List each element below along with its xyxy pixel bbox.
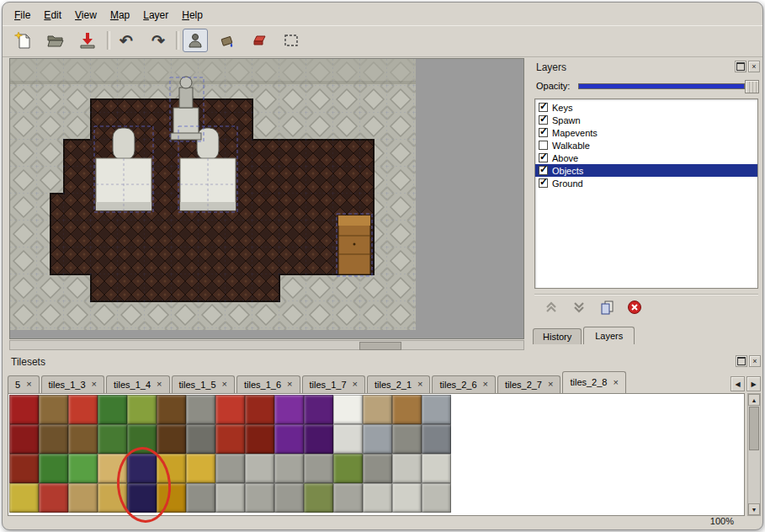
tileset-tile[interactable] [39,483,68,513]
stamp-tool-button[interactable] [183,29,208,52]
tileset-tile[interactable] [215,424,245,454]
tileset-tile[interactable] [333,424,363,454]
menu-edit[interactable]: Edit [37,7,68,24]
tileset-tile[interactable] [363,454,392,483]
tileset-tile[interactable] [9,395,39,424]
tileset-tile[interactable] [68,395,98,424]
tileset-tile[interactable] [304,483,333,513]
delete-layer-button[interactable] [624,297,645,317]
tileset-tab[interactable]: 5 × [8,375,40,393]
fill-tool-button[interactable] [215,29,240,52]
tileset-tile[interactable] [274,395,304,424]
tileset-tile[interactable] [9,483,39,513]
scroll-down-button[interactable]: ▼ [748,503,760,515]
opacity-slider[interactable] [578,83,745,89]
tileset-tile[interactable] [363,395,392,424]
layer-checkbox[interactable] [539,115,548,125]
scrollbar-thumb[interactable] [749,407,759,450]
layer-checkbox[interactable] [539,166,548,175]
tileset-tile[interactable] [245,483,274,513]
tileset-tile[interactable] [304,454,333,483]
tileset-tab[interactable]: tiles_2_1 × [367,375,430,393]
layer-checkbox[interactable] [539,103,548,112]
tileset-tab[interactable]: tiles_1_6 × [236,375,300,393]
layer-checkbox[interactable] [539,141,548,150]
tab-close-icon[interactable]: × [92,380,97,389]
tileset-tile[interactable] [157,395,186,424]
tileset-tab[interactable]: tiles_1_5 × [172,375,235,393]
tileset-tile[interactable] [274,483,304,513]
tileset-tile[interactable] [98,424,127,454]
tileset-tile[interactable] [274,454,304,483]
tileset-tile[interactable] [304,424,333,454]
tileset-palette[interactable] [8,393,745,516]
tileset-tab[interactable]: tiles_2_7 × [497,375,560,393]
tileset-tile[interactable] [333,454,363,483]
tileset-tile[interactable] [186,483,215,513]
tileset-tile[interactable] [245,395,274,424]
panel-close-button[interactable]: × [749,355,761,367]
tab-close-icon[interactable]: × [157,380,162,389]
tileset-tile[interactable] [9,424,39,454]
tileset-tile[interactable] [215,454,245,483]
tileset-tile[interactable] [422,454,451,483]
tileset-tile[interactable] [363,483,392,513]
tileset-tile[interactable] [245,454,274,483]
menu-file[interactable]: File [8,7,37,24]
tileset-tile[interactable] [127,395,157,424]
menu-view[interactable]: View [68,7,104,24]
layer-row-ground[interactable]: Ground [535,177,757,189]
tileset-tile[interactable] [392,395,422,424]
tileset-tab[interactable]: tiles_1_4 × [106,375,169,393]
duplicate-layer-button[interactable] [597,297,617,317]
panel-float-button[interactable] [735,61,746,72]
menu-help[interactable]: Help [175,7,210,24]
scroll-tabs-left-button[interactable]: ◀ [730,376,745,391]
tileset-tile[interactable] [392,424,422,454]
tileset-tile[interactable] [422,483,451,513]
panel-float-button[interactable] [736,355,747,367]
scroll-tabs-right-button[interactable]: ▶ [746,376,761,391]
tileset-tile[interactable] [68,424,98,454]
panel-close-button[interactable]: × [748,61,760,72]
tileset-tile[interactable] [363,424,392,454]
layer-row-above[interactable]: Above [535,152,757,164]
tab-close-icon[interactable]: × [483,380,488,389]
scroll-up-button[interactable]: ▲ [748,394,760,406]
scrollbar-thumb[interactable] [359,342,401,350]
tileset-tile[interactable] [304,395,333,424]
tileset-tile[interactable] [333,483,363,513]
undo-button[interactable]: ↶ [114,29,139,52]
tileset-tab[interactable]: tiles_2_8 × [562,371,625,393]
raise-layer-button[interactable] [541,297,561,317]
tileset-tile[interactable] [186,454,215,483]
map-canvas[interactable] [9,58,524,339]
tab-layers[interactable]: Layers [583,327,635,344]
layer-row-walkable[interactable]: Walkable [535,139,757,152]
tab-close-icon[interactable]: × [613,378,618,387]
tab-close-icon[interactable]: × [548,380,553,389]
tileset-tile[interactable] [186,424,215,454]
tab-close-icon[interactable]: × [353,380,358,389]
lower-layer-button[interactable] [569,297,589,317]
tileset-tile[interactable] [39,454,68,483]
tileset-tile[interactable] [422,395,451,424]
open-file-button[interactable] [43,29,68,52]
layer-checkbox[interactable] [539,128,548,137]
map-horizontal-scrollbar[interactable] [9,340,524,350]
tab-history[interactable]: History [533,328,582,344]
tileset-tile[interactable] [392,483,422,513]
selection-tool-button[interactable] [279,29,304,52]
tileset-tile[interactable] [9,454,39,483]
layer-row-mapevents[interactable]: Mapevents [535,126,757,139]
tab-close-icon[interactable]: × [26,380,31,389]
tileset-tile[interactable] [68,454,98,483]
tileset-tile[interactable] [39,424,68,454]
tileset-tab[interactable]: tiles_1_3 × [41,375,104,393]
new-file-button[interactable] [11,29,36,52]
tileset-tile[interactable] [215,483,245,513]
tileset-tile[interactable] [39,395,68,424]
tileset-tile[interactable] [68,483,98,513]
tab-close-icon[interactable]: × [417,380,422,389]
tileset-tile[interactable] [333,395,363,424]
